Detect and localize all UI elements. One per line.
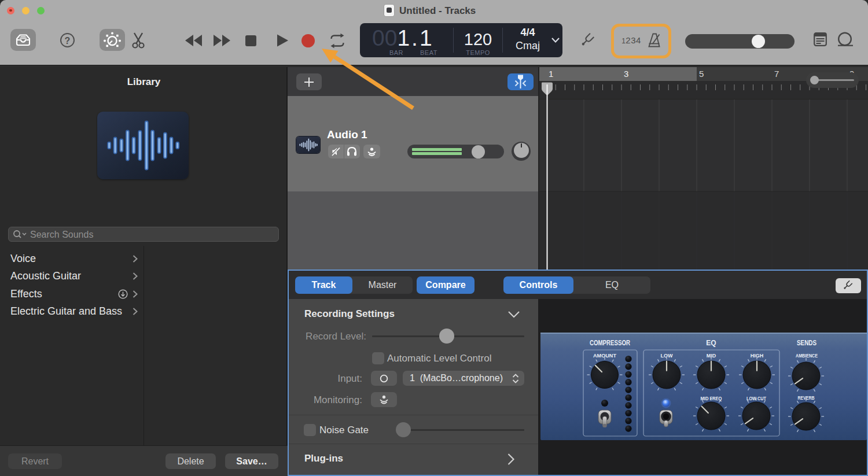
svg-text:EQ: EQ xyxy=(706,339,716,347)
svg-text:COMPRESSOR: COMPRESSOR xyxy=(590,339,630,347)
svg-text:SENDS: SENDS xyxy=(797,339,816,347)
svg-text:AMBIENCE: AMBIENCE xyxy=(796,353,818,359)
svg-text:?: ? xyxy=(65,36,71,46)
